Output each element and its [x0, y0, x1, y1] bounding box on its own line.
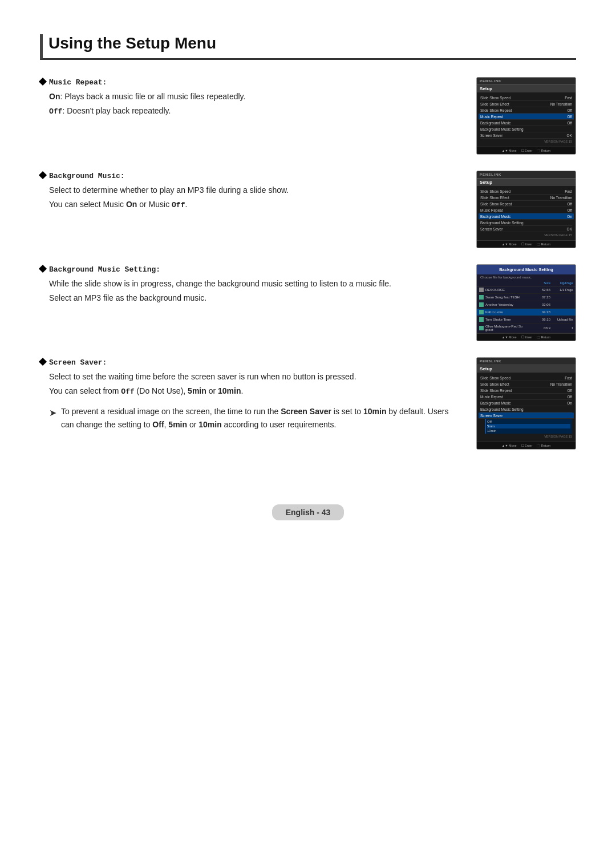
screen-row-2-3: Slide Show RepeatOff: [480, 201, 572, 207]
body-screen-saver: Select to set the waiting time before th…: [49, 370, 459, 431]
footer-return-bg: ⬚ Return: [537, 335, 550, 339]
screen-row-1-6: Background Music Setting: [480, 126, 572, 132]
screen-brand-2: PENSLINK: [480, 173, 501, 176]
heading-screen-saver: Screen Saver:: [40, 357, 459, 367]
footer-return-1: ⬚ Return: [537, 149, 550, 152]
screen-title-2: Setup: [477, 179, 576, 186]
row-icon-4: [479, 310, 484, 314]
option-off: Off: [487, 419, 570, 424]
screen-footer-1: ▲▼ Move ☐ Enter ⬚ Return: [477, 147, 576, 154]
footer-return-2: ⬚ Return: [537, 242, 550, 246]
footer-enter-4: ☐ Enter: [521, 444, 533, 447]
section-screen-saver: Screen Saver: Select to set the waiting …: [40, 357, 576, 450]
screen-saver-line2: You can select from Off (Do Not Use), 5m…: [49, 385, 459, 398]
heading-background-music: Background Music:: [40, 171, 459, 180]
heading-screen-saver-label: Screen Saver:: [49, 357, 107, 367]
row-size-3: 02:06: [530, 303, 550, 306]
screen-row-4-2: Slide Show EffectNo Transition: [480, 381, 572, 387]
row-name-2: Swan Song feat TESH: [485, 296, 530, 299]
screen-row-4-7: Screen Saver: [479, 413, 574, 419]
body-bg-music-setting: While the slide show is in progress, cha…: [49, 277, 459, 305]
row-extra-6: 1: [550, 326, 573, 330]
footer-move-1: ▲▼ Move: [502, 149, 517, 152]
screen-header-1: PENSLINK: [477, 78, 576, 85]
screen-row-1-5: Background MusicOff: [480, 120, 572, 126]
music-repeat-line1: On: Plays back a music file or all music…: [49, 90, 459, 103]
screen-body-4: Slide Show SpeedFast Slide Show EffectNo…: [477, 373, 576, 442]
footer-enter-bg: ☐ Enter: [521, 335, 533, 339]
screen-header-4: PENSLINK: [477, 358, 576, 365]
row-icon-6: [479, 326, 484, 330]
screen-version-2: VERSION PAGE 15: [480, 232, 572, 238]
bg-music-screen-header: Background Music Setting: [477, 265, 576, 274]
footer-bar: English - 43: [40, 500, 576, 525]
footer-enter-2: ☐ Enter: [521, 242, 533, 246]
row-extra-1: 1/1 Page: [550, 288, 573, 292]
screen-row-4-5: Background MusicOn: [480, 400, 572, 406]
bg-music-screen-subtitle: Choose file for background music.: [477, 274, 576, 280]
row-name-1: RESOURCE: [485, 288, 530, 292]
screen-version-4: VERSION PAGE 15: [480, 434, 572, 439]
bg-music-screen-footer: ▲▼ Move ☐ Enter ⬚ Return: [477, 333, 576, 341]
screen-row-1-7: Screen SaverOK: [480, 132, 572, 139]
row-extra-5: Upload file: [550, 318, 573, 321]
section-text-music-repeat: Music Repeat: On: Plays back a music fil…: [40, 77, 476, 120]
bg-music-setting-line2: Select an MP3 file as the background mus…: [49, 292, 459, 304]
screen-footer-2: ▲▼ Move ☐ Enter ⬚ Return: [477, 240, 576, 248]
music-repeat-line2: Off: Doesn't play back repeatedly.: [49, 104, 459, 118]
bg-music-cols: Size Pg/Page: [477, 280, 576, 286]
footer-badge: English - 43: [272, 504, 345, 520]
page-title: Using the Setup Menu: [40, 34, 576, 60]
section-text-screen-saver: Screen Saver: Select to set the waiting …: [40, 357, 476, 431]
option-5min: 5min: [487, 424, 570, 428]
screen-footer-4: ▲▼ Move ☐ Enter ⬚ Return: [477, 442, 576, 449]
heading-music-repeat: Music Repeat:: [40, 77, 459, 87]
section-text-background-music: Background Music: Select to determine wh…: [40, 171, 476, 213]
screen-saver-line1: Select to set the waiting time before th…: [49, 370, 459, 383]
screen-saver-options: Off 5min 10min: [485, 419, 572, 434]
diamond-icon-2: [39, 171, 47, 179]
screen-mockup-4: PENSLINK Setup Slide Show SpeedFast Slid…: [476, 357, 576, 450]
row-size-2: 07:25: [530, 296, 550, 299]
screen-row-4-4: Music RepeatOff: [480, 394, 572, 400]
screen-row-2-1: Slide Show SpeedFast: [480, 188, 572, 195]
bg-row-6: Olive Mahogany-Red So great 06:3 1: [477, 324, 576, 333]
row-name-5: Tom Shake Time: [485, 318, 530, 321]
row-icon-2: [479, 295, 484, 300]
screen-row-2-2: Slide Show EffectNo Transition: [480, 195, 572, 201]
footer-move-4: ▲▼ Move: [502, 444, 517, 447]
section-music-repeat: Music Repeat: On: Plays back a music fil…: [40, 77, 576, 155]
row-size-6: 06:3: [530, 326, 550, 330]
col-size: Size: [530, 281, 550, 285]
screen-body-1: Slide Show SpeedFast Slide Show EffectNo…: [477, 92, 576, 147]
bg-music-line1: Select to determine whether to play an M…: [49, 184, 459, 196]
screen-title-4: Setup: [477, 365, 576, 373]
screen-title-1: Setup: [477, 85, 576, 92]
heading-background-music-label: Background Music:: [49, 171, 125, 180]
note-block: ➤ To prevent a residual image on the scr…: [49, 405, 459, 431]
footer-enter-1: ☐ Enter: [521, 149, 533, 152]
section-text-bg-music-setting: Background Music Setting: While the slid…: [40, 264, 476, 306]
diamond-icon-3: [39, 265, 47, 273]
bg-row-5: Tom Shake Time 06:10 Upload file: [477, 316, 576, 324]
footer-move-2: ▲▼ Move: [502, 242, 517, 246]
diamond-icon-4: [39, 358, 47, 366]
section-background-music-setting: Background Music Setting: While the slid…: [40, 264, 576, 341]
screen-row-4-1: Slide Show SpeedFast: [480, 375, 572, 381]
bg-row-2: Swan Song feat TESH 07:25: [477, 294, 576, 301]
bg-music-setting-line1: While the slide show is in progress, cha…: [49, 277, 459, 290]
screen-mockup-2: PENSLINK Setup Slide Show SpeedFast Slid…: [476, 171, 576, 248]
screen-brand-1: PENSLINK: [480, 79, 501, 83]
bg-music-line2: You can select Music On or Music Off.: [49, 198, 459, 212]
screen-row-2-6: Background Music Setting: [480, 220, 572, 226]
screen-header-2: PENSLINK: [477, 171, 576, 179]
option-10min: 10min: [487, 428, 570, 433]
col-name: [479, 281, 530, 285]
bg-row-3: Another Yesterday 02:06: [477, 301, 576, 309]
screen-row-4-3: Slide Show RepeatOff: [480, 387, 572, 394]
row-icon-1: [479, 288, 484, 292]
body-music-repeat: On: Plays back a music file or all music…: [49, 90, 459, 118]
screen-row-2-7: Screen SaverOK: [480, 226, 572, 232]
col-pg: Pg/Page: [550, 281, 573, 285]
heading-bg-music-setting: Background Music Setting:: [40, 264, 459, 274]
